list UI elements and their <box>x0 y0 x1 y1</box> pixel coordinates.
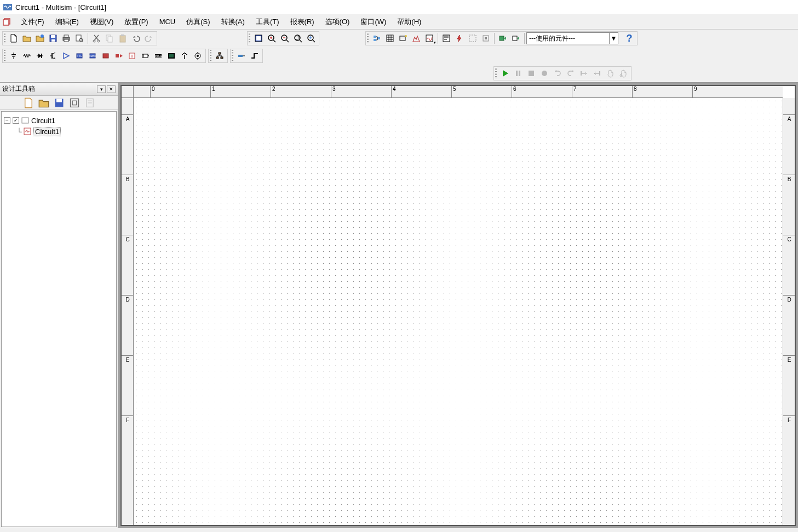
advanced-peripherals-button[interactable] <box>165 49 178 62</box>
schematic-canvas[interactable] <box>134 98 783 525</box>
tree-child-row[interactable]: └ Circuit1 <box>4 126 114 137</box>
analog-button[interactable] <box>60 49 73 62</box>
database-button[interactable] <box>370 32 383 45</box>
menu-help[interactable]: 帮助(H) <box>392 15 427 29</box>
app-icon <box>3 4 12 10</box>
menu-reports[interactable]: 报表(R) <box>285 15 320 29</box>
hierarchical-block-button[interactable] <box>213 49 226 62</box>
redo-button[interactable] <box>142 32 156 45</box>
menu-simulate[interactable]: 仿真(S) <box>181 15 215 29</box>
source-button[interactable] <box>7 49 20 62</box>
misc-digital-button[interactable] <box>99 49 112 62</box>
main-toolbar: ▾ ▼ ? <box>365 31 638 45</box>
back-annotate-button[interactable] <box>479 32 492 45</box>
tree-collapse-icon[interactable]: − <box>4 117 10 124</box>
zoom-in-button[interactable] <box>265 32 278 45</box>
electromechanical-button[interactable] <box>191 49 204 62</box>
postprocessor-button[interactable] <box>440 32 453 45</box>
pan-button[interactable] <box>604 67 617 80</box>
standard-toolbar <box>2 31 157 45</box>
step-over-button[interactable] <box>564 67 577 80</box>
undo-button[interactable] <box>129 32 142 45</box>
tree-child-label[interactable]: Circuit1 <box>33 127 61 136</box>
zoom-fit-button[interactable] <box>305 32 318 45</box>
svg-rect-37 <box>400 36 405 41</box>
ruler-h-tick: 5 <box>451 86 512 98</box>
zoom-area-button[interactable] <box>291 32 305 45</box>
menu-transfer[interactable]: 转换(A) <box>216 15 250 29</box>
restore-icon[interactable] <box>2 17 12 27</box>
ultiboard-button[interactable] <box>509 32 523 45</box>
svg-rect-10 <box>76 35 81 41</box>
menu-options[interactable]: 选项(O) <box>320 15 355 29</box>
ruler-vertical-left: ABCDEF <box>122 98 134 525</box>
print-preview-button[interactable] <box>73 32 86 45</box>
open-sample-button[interactable] <box>33 32 47 45</box>
help-button[interactable]: ? <box>623 32 636 45</box>
pointer-button[interactable] <box>617 67 630 80</box>
capture-area-button[interactable] <box>466 32 479 45</box>
zoom-out-button[interactable] <box>278 32 291 45</box>
open-button[interactable] <box>20 32 33 45</box>
diode-button[interactable] <box>33 49 47 62</box>
cmos-button[interactable]: CMOS <box>86 49 99 62</box>
stop-button[interactable] <box>525 67 538 80</box>
run-button[interactable] <box>498 67 512 80</box>
svg-rect-18 <box>121 34 124 36</box>
basic-button[interactable] <box>20 49 33 62</box>
used-components-combo[interactable]: ▼ <box>526 32 618 44</box>
menu-view[interactable]: 视图(V) <box>84 15 119 29</box>
database-manager-button[interactable] <box>410 32 423 45</box>
cut-button[interactable] <box>90 32 103 45</box>
component-wizard-button[interactable] <box>397 32 410 45</box>
print-button[interactable] <box>60 32 73 45</box>
fullscreen-button[interactable] <box>252 32 265 45</box>
mixed-button[interactable] <box>112 49 125 62</box>
design-tree[interactable]: − ✓ Circuit1 └ Circuit1 <box>1 111 117 527</box>
place-bus-button[interactable] <box>235 49 248 62</box>
rf-button[interactable] <box>178 49 191 62</box>
menu-place[interactable]: 放置(P) <box>119 15 153 29</box>
step-into-button[interactable] <box>551 67 564 80</box>
save-button[interactable] <box>47 32 60 45</box>
new-schematic-icon[interactable] <box>23 97 34 108</box>
used-components-input[interactable] <box>527 34 609 42</box>
pause-button[interactable] <box>512 67 525 80</box>
menu-tools[interactable]: 工具(T) <box>250 15 285 29</box>
forward-annotate-button[interactable] <box>496 32 509 45</box>
misc-button[interactable]: MISC <box>152 49 165 62</box>
step-out-button[interactable] <box>577 67 590 80</box>
properties-icon[interactable] <box>84 97 95 108</box>
place-junction-button[interactable] <box>248 49 261 62</box>
electrical-rules-button[interactable] <box>453 32 466 45</box>
new-button[interactable] <box>7 32 20 45</box>
tree-checkbox[interactable]: ✓ <box>13 117 19 124</box>
menubar: 文件(F) 编辑(E) 视图(V) 放置(P) MCU 仿真(S) 转换(A) … <box>0 14 798 30</box>
svg-rect-82 <box>519 71 520 76</box>
tree-root-label[interactable]: Circuit1 <box>31 117 55 125</box>
menu-file[interactable]: 文件(F) <box>15 15 50 29</box>
ttl-button[interactable]: TTL <box>73 49 86 62</box>
refresh-icon[interactable] <box>69 97 80 108</box>
tree-root-row[interactable]: − ✓ Circuit1 <box>4 115 114 126</box>
step-back-button[interactable] <box>590 67 604 80</box>
grapher-button[interactable]: ▾ <box>423 32 436 45</box>
sidebar-toolbar <box>0 96 118 110</box>
sidebar-dropdown-icon[interactable]: ▾ <box>97 85 106 93</box>
open-schematic-icon[interactable] <box>38 97 49 108</box>
sidebar-close-icon[interactable]: ✕ <box>107 85 116 93</box>
svg-rect-30 <box>296 36 299 39</box>
paste-button[interactable] <box>116 32 129 45</box>
save-schematic-icon[interactable] <box>54 97 65 108</box>
svg-rect-91 <box>72 101 77 105</box>
power-button[interactable] <box>139 49 152 62</box>
indicator-button[interactable]: 8 <box>125 49 139 62</box>
copy-button[interactable] <box>103 32 116 45</box>
menu-mcu[interactable]: MCU <box>154 15 181 28</box>
spreadsheet-button[interactable] <box>383 32 397 45</box>
transistor-button[interactable] <box>47 49 60 62</box>
combo-dropdown-icon[interactable]: ▼ <box>609 33 618 44</box>
menu-edit[interactable]: 编辑(E) <box>50 15 84 29</box>
menu-window[interactable]: 窗口(W) <box>355 15 392 29</box>
record-button[interactable] <box>538 67 551 80</box>
